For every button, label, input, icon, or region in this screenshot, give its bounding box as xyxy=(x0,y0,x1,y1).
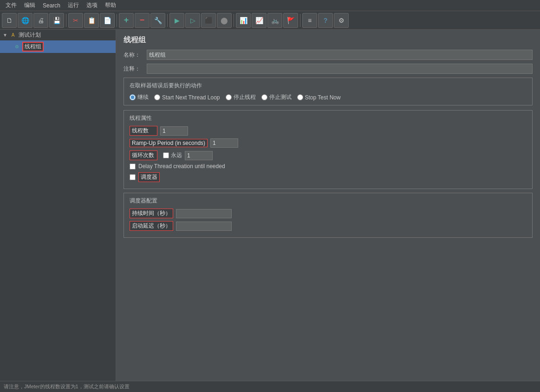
page-title: 线程组 xyxy=(124,35,533,45)
clear-button[interactable]: 🔧 xyxy=(150,13,165,28)
menu-search[interactable]: Search xyxy=(39,1,64,10)
duration-label: 持续时间（秒） xyxy=(130,209,173,218)
sidebar-threadgroup-label: 线程组 xyxy=(22,42,44,52)
name-row: 名称： xyxy=(124,50,533,60)
statusbar: 请注意，JMeter的线程数设置为1，测试之前请确认设置 xyxy=(0,381,540,392)
help-button[interactable]: ? xyxy=(318,13,333,28)
sidebar-item-testplan[interactable]: ▼ A 测试计划 xyxy=(0,30,116,40)
radio-stop-test-input[interactable] xyxy=(261,94,267,100)
rampup-input[interactable] xyxy=(210,138,238,148)
add-button[interactable]: + xyxy=(119,13,134,28)
rampup-row: Ramp-Up Period (in seconds) xyxy=(130,138,527,148)
menu-edit[interactable]: 编辑 xyxy=(20,0,39,10)
main-layout: ▼ A 测试计划 ⚙ 线程组 线程组 名称： 注释： 在取样器错误后要执行的动作 xyxy=(0,30,540,381)
menu-file[interactable]: 文件 xyxy=(2,0,20,10)
threadgroup-icon: ⚙ xyxy=(13,43,20,51)
thread-props-section: 线程属性 线程数 Ramp-Up Period (in seconds) 循环次… xyxy=(124,110,533,189)
error-action-radio-row: 继续 Start Next Thread Loop 停止线程 停止测试 Stop… xyxy=(130,93,527,101)
radio-start-next-label: Start Next Thread Loop xyxy=(162,94,220,101)
thread-count-input[interactable] xyxy=(160,126,188,136)
scheduler-checkbox[interactable] xyxy=(130,174,136,180)
error-action-title: 在取样器错误后要执行的动作 xyxy=(130,82,527,90)
template-button[interactable]: ≡ xyxy=(302,13,317,28)
stop-button[interactable]: ⬛ xyxy=(201,13,216,28)
separator-2 xyxy=(117,14,117,27)
copy-button[interactable]: 📋 xyxy=(84,13,99,28)
radio-stop-thread-label: 停止线程 xyxy=(234,93,256,101)
scheduler-checkbox-row: 调度器 xyxy=(130,172,527,182)
testplan-icon: A xyxy=(9,32,17,39)
separator-5 xyxy=(300,14,300,27)
delay-thread-row: Delay Thread creation until needed xyxy=(130,163,527,170)
radio-start-next-input[interactable] xyxy=(154,94,160,100)
radio-stop-now-label: Stop Test Now xyxy=(305,94,341,101)
forever-checkbox[interactable] xyxy=(163,152,169,158)
new-button[interactable]: 🗋 xyxy=(2,13,17,28)
startup-delay-label: 启动延迟（秒） xyxy=(130,221,173,231)
scheduler-label: 调度器 xyxy=(138,172,160,182)
report2-button[interactable]: 📈 xyxy=(252,13,267,28)
sidebar: ▼ A 测试计划 ⚙ 线程组 xyxy=(0,30,116,381)
name-input[interactable] xyxy=(147,50,533,60)
run-button[interactable]: ▶ xyxy=(169,13,184,28)
sidebar-item-threadgroup[interactable]: ⚙ 线程组 xyxy=(0,40,116,53)
comment-input[interactable] xyxy=(147,64,533,74)
radio-stop-test-label: 停止测试 xyxy=(269,93,292,101)
delay-thread-checkbox[interactable] xyxy=(130,163,136,170)
name-label: 名称： xyxy=(124,51,147,59)
content-area: 线程组 名称： 注释： 在取样器错误后要执行的动作 继续 Start Next … xyxy=(116,30,540,381)
error-action-box: 在取样器错误后要执行的动作 继续 Start Next Thread Loop … xyxy=(124,78,533,105)
menu-run[interactable]: 运行 xyxy=(64,0,83,10)
remote-button[interactable]: 🚲 xyxy=(267,13,282,28)
radio-stop-test[interactable]: 停止测试 xyxy=(261,93,292,101)
radio-stop-now-input[interactable] xyxy=(297,94,303,100)
forever-label: 永远 xyxy=(171,151,182,159)
startup-delay-row: 启动延迟（秒） xyxy=(130,221,527,231)
open-button[interactable]: 🌐 xyxy=(18,13,33,28)
thread-props-title: 线程属性 xyxy=(130,114,527,122)
radio-stop-thread[interactable]: 停止线程 xyxy=(226,93,256,101)
radio-stop-now[interactable]: Stop Test Now xyxy=(297,94,341,101)
loop-count-input[interactable] xyxy=(185,151,213,160)
expand-icon: ▼ xyxy=(3,33,8,38)
remove-button[interactable]: − xyxy=(135,13,150,28)
startup-delay-input[interactable] xyxy=(176,222,232,231)
loop-count-label: 循环次数 xyxy=(130,150,157,160)
report-button[interactable]: 📊 xyxy=(236,13,251,28)
menubar: 文件 编辑 Search 运行 选项 帮助 xyxy=(0,0,540,11)
radio-start-next[interactable]: Start Next Thread Loop xyxy=(154,94,220,101)
paste-button[interactable]: 📄 xyxy=(100,13,115,28)
duration-input[interactable] xyxy=(176,209,232,218)
run-no-pause-button[interactable]: ▷ xyxy=(185,13,200,28)
statusbar-text: 请注意，JMeter的线程数设置为1，测试之前请确认设置 xyxy=(4,383,130,390)
flag-button[interactable]: 🚩 xyxy=(283,13,298,28)
separator-1 xyxy=(66,14,66,27)
menu-options[interactable]: 选项 xyxy=(83,0,101,10)
separator-4 xyxy=(234,14,234,27)
duration-row: 持续时间（秒） xyxy=(130,209,527,218)
radio-continue-input[interactable] xyxy=(130,94,136,100)
cut-button[interactable]: ✂ xyxy=(68,13,83,28)
settings-button[interactable]: ⚙ xyxy=(334,13,349,28)
menu-help[interactable]: 帮助 xyxy=(101,0,120,10)
sidebar-testplan-label: 测试计划 xyxy=(19,31,41,39)
radio-stop-thread-input[interactable] xyxy=(226,94,232,100)
scheduler-section: 调度器配置 持续时间（秒） 启动延迟（秒） xyxy=(124,193,533,238)
print-button[interactable]: 🖨 xyxy=(33,13,48,28)
delay-thread-label: Delay Thread creation until needed xyxy=(138,163,225,170)
shutdown-button[interactable]: ⬤ xyxy=(217,13,232,28)
loop-count-row: 循环次数 永远 xyxy=(130,150,527,160)
toolbar: 🗋 🌐 🖨 💾 ✂ 📋 📄 + − 🔧 ▶ ▷ ⬛ ⬤ 📊 📈 🚲 🚩 ≡ ? … xyxy=(0,11,540,30)
scheduler-section-title: 调度器配置 xyxy=(130,197,527,205)
thread-count-row: 线程数 xyxy=(130,126,527,136)
rampup-label: Ramp-Up Period (in seconds) xyxy=(130,139,208,147)
save-button[interactable]: 💾 xyxy=(49,13,64,28)
comment-row: 注释： xyxy=(124,64,533,74)
thread-count-label: 线程数 xyxy=(130,126,157,136)
comment-label: 注释： xyxy=(124,65,147,73)
separator-3 xyxy=(167,14,168,27)
radio-continue[interactable]: 继续 xyxy=(130,93,149,101)
radio-continue-label: 继续 xyxy=(137,93,149,101)
